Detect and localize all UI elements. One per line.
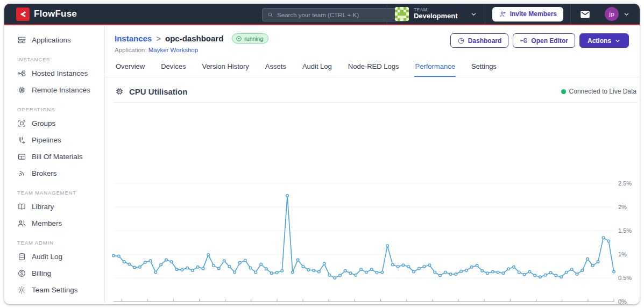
user-plus-icon [499,10,507,18]
application-link[interactable]: Mayker Workshop [148,47,198,53]
sidebar-item-audit-log[interactable]: Audit Log [4,248,104,265]
team-selector[interactable]: TEAM: Development [387,4,485,24]
breadcrumb-separator: > [156,34,161,43]
play-circle-icon [236,35,242,42]
sidebar-item-bill-of-materials[interactable]: Bill Of Materials [4,148,104,165]
svg-text:2.5%: 2.5% [618,180,632,187]
navbar-right: TEAM: Development Invite Members [387,4,640,24]
dashboard-button[interactable]: Dashboard [450,33,509,48]
open-editor-button[interactable]: Open Editor [513,33,575,48]
cpu-chip-icon [115,87,124,96]
brand[interactable]: FlowFuse [4,8,77,21]
tab-devices[interactable]: Devices [160,58,186,77]
hosted-instances-icon [17,69,26,78]
search-box[interactable] [262,8,407,22]
sidebar-section-heading: OPERATIONS [4,98,104,115]
sidebar: ApplicationsINSTANCESHosted InstancesRem… [4,25,105,303]
sidebar-item-label: Pipelines [32,136,61,144]
svg-text:0%: 0% [618,298,627,305]
invite-members-label: Invite Members [510,10,557,18]
application-line: Application: Mayker Workshop [115,47,268,53]
breadcrumb: Instances > opc-dashboard running [115,33,268,44]
top-navbar: FlowFuse TEAM: Development [4,4,640,25]
page-title: opc-dashboard [165,34,223,43]
tab-bar: OverviewDevicesVersion HistoryAssetsAudi… [105,58,640,77]
svg-text:0.5%: 0.5% [618,275,632,281]
live-status-label: Connected to Live Data [569,88,636,95]
groups-icon [17,119,26,128]
sidebar-section-heading: TEAM ADMIN [4,232,104,248]
sidebar-item-label: Hosted Instances [32,69,88,77]
sidebar-item-label: Audit Log [32,253,62,261]
sidebar-item-brokers[interactable]: Brokers [4,165,104,182]
search-input[interactable] [277,12,402,18]
svg-text:1%: 1% [618,251,627,257]
cpu-utilisation-line-chart: 0%0.5%1%1.5%2%2.5%11:50:1111:51:0111:51:… [105,156,640,304]
sidebar-item-groups[interactable]: Groups [4,115,104,132]
sidebar-item-label: Brokers [32,169,57,177]
sidebar-item-label: Members [32,219,62,227]
notifications-button[interactable] [571,4,599,24]
sidebar-item-team-settings[interactable]: Team Settings [4,282,104,298]
app-window: FlowFuse TEAM: Development [4,4,640,304]
status-text: running [244,35,263,42]
svg-text:1.5%: 1.5% [618,227,632,234]
sidebar-item-label: Team Settings [32,286,78,294]
tab-version-history[interactable]: Version History [201,58,249,77]
performance-panel: CPU Utilisation Connected to Live Data 0… [105,82,640,103]
sidebar-item-library[interactable]: Library [4,198,104,215]
bill-of-materials-icon [17,152,26,161]
brand-name: FlowFuse [34,9,77,19]
brokers-icon [17,169,26,178]
sidebar-item-label: Billing [32,269,51,277]
tab-audit-log[interactable]: Audit Log [302,58,332,77]
team-settings-icon [17,285,26,295]
sidebar-item-members[interactable]: Members [4,215,104,232]
main-content: Instances > opc-dashboard running Applic… [105,25,640,303]
pipelines-icon [17,135,26,145]
audit-log-icon [17,252,26,261]
tab-assets[interactable]: Assets [265,58,287,77]
live-status-dot-icon [561,89,566,94]
sidebar-item-label: Bill Of Materials [32,153,83,161]
tab-node-red-logs[interactable]: Node-RED Logs [348,58,400,77]
sidebar-section-heading: INSTANCES [4,48,104,65]
invite-members-button[interactable]: Invite Members [492,7,563,22]
team-avatar [395,7,409,21]
user-menu[interactable]: jp [599,4,640,24]
status-badge: running [232,33,268,44]
live-status: Connected to Live Data [561,88,636,95]
chevron-down-icon [470,11,477,18]
tab-performance[interactable]: Performance [414,58,455,77]
avatar: jp [605,7,619,21]
members-icon [17,219,26,228]
flowfuse-logo-icon [16,8,30,21]
svg-text:2%: 2% [618,204,627,210]
tab-settings[interactable]: Settings [471,58,497,77]
node-red-flow-icon [520,37,528,45]
sidebar-item-label: Applications [32,36,71,44]
team-name: Development [414,12,458,20]
sidebar-item-billing[interactable]: Billing [4,265,104,282]
library-icon [17,202,26,211]
chevron-down-icon [623,11,630,18]
chevron-down-icon [614,38,621,44]
sidebar-item-remote-instances[interactable]: Remote Instances [4,82,104,98]
sidebar-item-label: Groups [32,119,55,127]
actions-button[interactable]: Actions [579,33,629,48]
tab-overview[interactable]: Overview [115,58,145,77]
sidebar-item-applications[interactable]: Applications [4,32,104,48]
sidebar-item-label: Library [32,203,54,211]
sidebar-item-pipelines[interactable]: Pipelines [4,132,104,148]
sidebar-item-hosted-instances[interactable]: Hosted Instances [4,65,104,82]
chart-title: CPU Utilisation [129,87,187,96]
search-icon [267,11,274,18]
sidebar-item-label: Remote Instances [32,86,90,94]
mail-icon [579,9,591,20]
pie-chart-icon [457,37,465,45]
remote-instances-icon [17,85,26,95]
sidebar-section-heading: TEAM MANAGEMENT [4,182,104,198]
breadcrumb-instances-link[interactable]: Instances [115,34,152,43]
applications-icon [17,35,26,45]
panel-title-row: CPU Utilisation [115,87,187,96]
